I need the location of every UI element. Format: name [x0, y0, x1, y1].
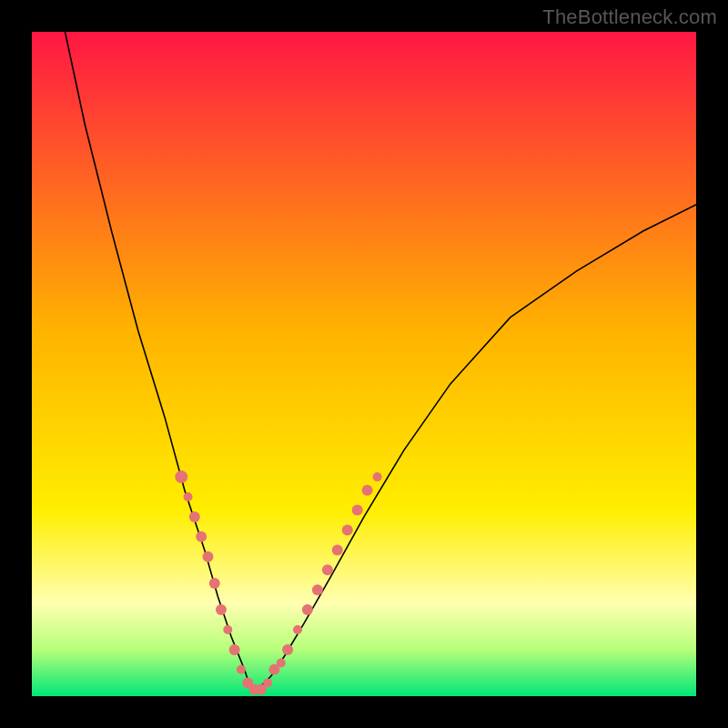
data-dot	[302, 604, 313, 615]
data-dot	[263, 678, 272, 687]
data-dot	[352, 505, 363, 516]
data-dot	[223, 625, 232, 634]
data-dot	[175, 470, 187, 483]
data-dot	[203, 551, 214, 562]
data-dot	[342, 525, 353, 536]
data-dot	[216, 604, 227, 615]
data-dot	[196, 531, 207, 542]
data-dot	[209, 578, 220, 589]
data-dot	[322, 564, 333, 575]
data-dot	[373, 472, 382, 481]
data-dot	[189, 511, 200, 522]
chart-frame: TheBottleneck.com	[0, 0, 728, 728]
plot-area	[32, 32, 696, 696]
data-dot	[312, 584, 323, 595]
data-dot	[282, 644, 293, 655]
data-dot	[293, 625, 302, 634]
gradient-background	[32, 32, 696, 696]
data-dot	[362, 485, 373, 496]
data-dot	[229, 644, 240, 655]
data-dot	[277, 659, 286, 668]
data-dot	[332, 544, 343, 555]
watermark-label: TheBottleneck.com	[542, 5, 717, 29]
data-dot	[237, 665, 246, 674]
data-dot	[184, 492, 193, 501]
chart-svg	[32, 32, 696, 696]
